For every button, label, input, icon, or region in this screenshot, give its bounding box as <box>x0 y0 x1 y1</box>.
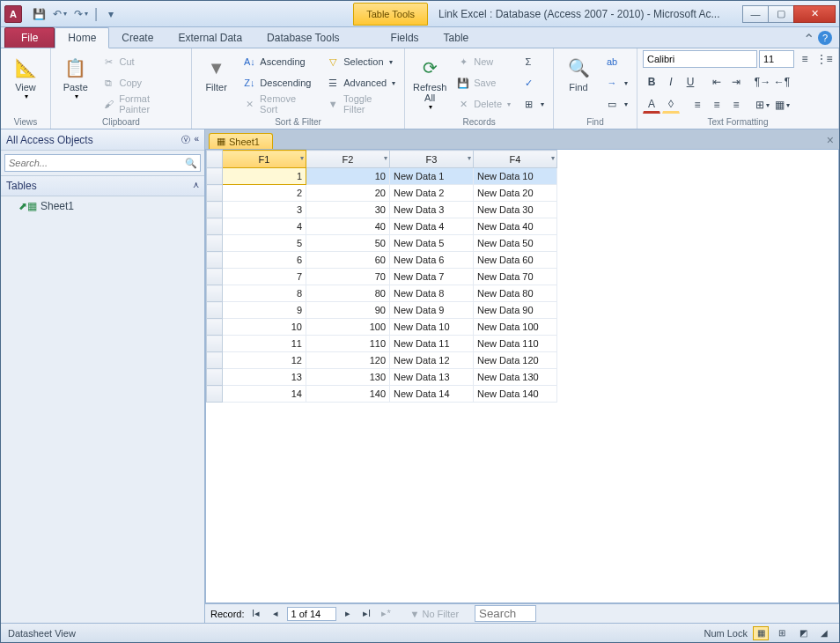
cell[interactable]: 9 <box>223 302 306 319</box>
cell[interactable]: New Data 20 <box>474 185 557 202</box>
external-data-tab[interactable]: External Data <box>166 28 254 48</box>
advanced-button[interactable]: ☰Advanced▾ <box>322 73 399 92</box>
font-size-select[interactable] <box>759 50 794 68</box>
indent-increase-button[interactable]: ⇥ <box>727 73 745 91</box>
ascending-button[interactable]: A↓Ascending <box>239 52 319 71</box>
cell[interactable]: New Data 10 <box>474 168 557 185</box>
record-search-input[interactable] <box>475 605 536 622</box>
cell[interactable]: New Data 50 <box>474 235 557 252</box>
row-selector[interactable] <box>207 218 223 235</box>
cell[interactable]: 8 <box>223 285 306 302</box>
table-row[interactable]: 990New Data 9New Data 90 <box>207 302 557 319</box>
cell[interactable]: 110 <box>306 336 390 352</box>
home-tab[interactable]: Home <box>55 27 109 48</box>
table-tab[interactable]: Table <box>431 28 482 48</box>
column-dropdown-icon[interactable]: ▾ <box>551 154 555 162</box>
next-record-button[interactable]: ▸ <box>340 608 356 619</box>
undo-icon[interactable]: ↶▾ <box>50 4 70 24</box>
last-record-button[interactable]: ▸I <box>359 608 375 619</box>
paste-button[interactable]: 📋 Paste ▾ <box>56 50 94 100</box>
nav-collapse-icon[interactable]: « <box>194 134 199 146</box>
cell[interactable]: New Data 130 <box>474 369 557 386</box>
new-record-nav-button[interactable]: ▸* <box>379 608 394 619</box>
cell[interactable]: New Data 80 <box>474 285 557 302</box>
row-selector[interactable] <box>207 185 223 202</box>
bold-button[interactable]: B <box>643 73 660 91</box>
cell[interactable]: New Data 1 <box>390 168 474 185</box>
cell[interactable]: New Data 9 <box>390 302 474 319</box>
column-dropdown-icon[interactable]: ▾ <box>384 154 387 162</box>
cut-button[interactable]: ✂Cut <box>98 52 185 71</box>
filter-button[interactable]: ▼ Filter <box>197 50 235 92</box>
spelling-button[interactable]: ✓ <box>518 73 548 92</box>
cell[interactable]: New Data 6 <box>390 252 474 269</box>
row-selector[interactable] <box>207 319 223 336</box>
table-row[interactable]: 440New Data 4New Data 40 <box>207 218 557 235</box>
cell[interactable]: New Data 110 <box>474 336 557 352</box>
align-left-button[interactable]: ≡ <box>689 96 706 114</box>
doc-tab-sheet1[interactable]: ▦ Sheet1 <box>209 133 273 149</box>
cell[interactable]: New Data 11 <box>390 336 474 352</box>
row-selector[interactable] <box>207 386 223 403</box>
totals-button[interactable]: Σ <box>518 52 548 71</box>
row-selector[interactable] <box>207 168 223 185</box>
cell[interactable]: 1 <box>223 168 306 185</box>
numbering-icon[interactable]: ⋮≡ <box>815 50 833 68</box>
chart-view-button[interactable]: ◢ <box>816 626 832 640</box>
table-row[interactable]: 330New Data 3New Data 30 <box>207 202 557 218</box>
cell[interactable]: 12 <box>223 352 306 369</box>
nav-search-input[interactable] <box>4 154 201 172</box>
cell[interactable]: New Data 10 <box>390 319 474 336</box>
close-button[interactable]: ✕ <box>793 5 836 23</box>
column-header-f3[interactable]: F3▾ <box>390 151 474 168</box>
column-dropdown-icon[interactable]: ▾ <box>468 154 471 162</box>
table-row[interactable]: 14140New Data 14New Data 140 <box>207 386 557 403</box>
nav-dropdown-icon[interactable]: ⓥ <box>181 134 190 146</box>
cell[interactable]: New Data 12 <box>390 352 474 369</box>
ltr-button[interactable]: ¶→ <box>754 73 771 91</box>
column-dropdown-icon[interactable]: ▾ <box>300 154 304 162</box>
font-select[interactable] <box>643 50 757 68</box>
new-record-button[interactable]: ✦New <box>453 52 514 71</box>
table-row[interactable]: 10100New Data 10New Data 100 <box>207 319 557 336</box>
prev-record-button[interactable]: ◂ <box>268 608 284 619</box>
cell[interactable]: 6 <box>223 252 306 269</box>
cell[interactable]: 11 <box>223 336 306 352</box>
pivot-view-button[interactable]: ◩ <box>795 626 811 640</box>
rtl-button[interactable]: ←¶ <box>773 73 791 91</box>
cell[interactable]: 20 <box>306 185 390 202</box>
cell[interactable]: New Data 60 <box>474 252 557 269</box>
row-selector[interactable] <box>207 352 223 369</box>
cell[interactable]: New Data 3 <box>390 202 474 218</box>
nav-item-sheet1[interactable]: ⬈▦ Sheet1 <box>1 196 204 216</box>
select-all-corner[interactable] <box>207 151 223 168</box>
descending-button[interactable]: Z↓Descending <box>239 73 319 92</box>
table-row[interactable]: 11110New Data 11New Data 110 <box>207 336 557 352</box>
file-tab[interactable]: File <box>4 27 55 48</box>
select-button[interactable]: ▭▾ <box>601 94 631 114</box>
align-right-button[interactable]: ≡ <box>727 96 745 114</box>
fields-tab[interactable]: Fields <box>379 28 431 48</box>
column-header-f2[interactable]: F2▾ <box>306 151 390 168</box>
cell[interactable]: New Data 70 <box>474 269 557 285</box>
underline-button[interactable]: U <box>682 73 699 91</box>
row-selector[interactable] <box>207 336 223 352</box>
cell[interactable]: New Data 100 <box>474 319 557 336</box>
minimize-button[interactable]: — <box>742 5 769 23</box>
selection-button[interactable]: ▽Selection▾ <box>322 52 399 71</box>
row-selector[interactable] <box>207 202 223 218</box>
create-tab[interactable]: Create <box>109 28 166 48</box>
cell[interactable]: 80 <box>306 285 390 302</box>
qat-customize-icon[interactable]: ▾ <box>101 4 121 24</box>
cell[interactable]: 10 <box>223 319 306 336</box>
row-selector[interactable] <box>207 369 223 386</box>
remove-sort-button[interactable]: ⨯Remove Sort <box>239 94 319 114</box>
bullets-icon[interactable]: ≡ <box>796 50 814 68</box>
alt-row-button[interactable]: ▦▾ <box>773 96 791 114</box>
toggle-filter-button[interactable]: ▼Toggle Filter <box>322 94 399 114</box>
view-button[interactable]: 📐 View ▾ <box>6 50 45 100</box>
cell[interactable]: New Data 13 <box>390 369 474 386</box>
cell[interactable]: 7 <box>223 269 306 285</box>
database-tools-tab[interactable]: Database Tools <box>254 28 352 48</box>
delete-record-button[interactable]: ✕Delete▾ <box>453 94 514 114</box>
